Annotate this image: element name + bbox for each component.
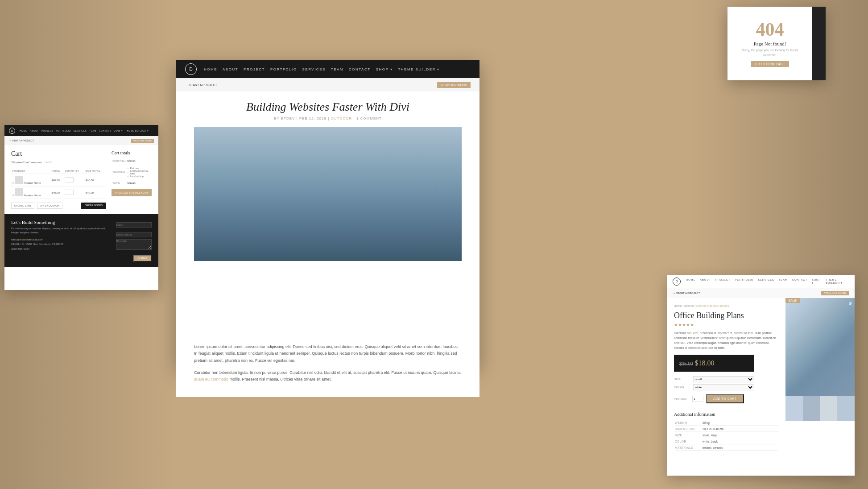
blog-hero-image (194, 127, 462, 261)
spec-value-dimensions: 20 × 20 × 40 cm (703, 427, 778, 432)
four04-desc: Sorry, the page you are looking for is n… (736, 48, 803, 58)
product-nav-home[interactable]: HOME (686, 278, 695, 284)
product-old-price: $35.00 (679, 361, 693, 366)
blog-category[interactable]: OUTDOOR (331, 116, 352, 120)
nav-contact[interactable]: CONTACT (349, 67, 371, 71)
product-nav-contact[interactable]: CONTACT (792, 278, 807, 284)
cart-remove-item-2[interactable]: ✕ (12, 194, 14, 197)
product-color-row: COLOR white black (674, 384, 754, 390)
cart-nav-project[interactable]: PROJECT (41, 129, 54, 132)
nav-home[interactable]: HOME (204, 67, 217, 71)
cart-qty-1[interactable] (65, 177, 74, 182)
cart-nav-about[interactable]: ABOUT (30, 129, 39, 132)
cart-qty-2[interactable] (65, 190, 74, 195)
product-size-select[interactable]: small large (693, 376, 754, 382)
shipping-option-intl[interactable]: ○International Flat Rate (127, 170, 151, 175)
cart-subtotal-2: $40.00 (85, 186, 106, 199)
cart-nav-diam[interactable]: DIAM ▾ (114, 129, 123, 132)
four04-sidebar (812, 7, 826, 80)
product-thumb-1[interactable] (785, 396, 803, 421)
start-project-link[interactable]: → START A PROJECT (185, 83, 217, 87)
product-thumb-2[interactable] (803, 396, 820, 421)
cart-start-project[interactable]: → START A PROJECT (9, 139, 34, 142)
cart-nav-team[interactable]: TEAM (89, 129, 96, 132)
contact-name-input[interactable] (116, 222, 152, 228)
nav-team[interactable]: TEAM (331, 67, 343, 71)
product-nav-about[interactable]: ABOUT (700, 278, 711, 284)
product-main-image: SALE! ⊕ (785, 298, 855, 396)
product-breadcrumb: HOME / OFFICE / OFFICE BUILDING PLANS (674, 305, 779, 307)
table-row: ✕ Product Name $40.00 $40.00 (11, 174, 106, 186)
cart-col-subtotal: SUBTOTAL (85, 168, 106, 174)
contact-message-input[interactable] (116, 239, 152, 250)
four04-go-home-button[interactable]: GO TO HOME PAGE (751, 61, 789, 67)
product-color-select[interactable]: white black (693, 384, 754, 390)
product-nav-project[interactable]: PROJECT (715, 278, 731, 284)
product-nav-team[interactable]: TEAM (779, 278, 788, 284)
nav-project[interactable]: PROJECT (244, 67, 265, 71)
cart-subtotal-1: $40.00 (85, 174, 106, 186)
product-nav-logo: D (673, 278, 681, 286)
cart-remove-item-1[interactable]: ✕ (12, 182, 14, 184)
cart-nav-logo: D (9, 128, 15, 134)
product-nav-portfolio[interactable]: PORTFOLIO (735, 278, 753, 284)
product-nav-shop[interactable]: SHOP ▾ (812, 278, 821, 284)
product-thumb-4[interactable] (837, 396, 855, 421)
cart-nav-portfolio[interactable]: PORTFOLIO (56, 129, 71, 132)
product-qty-input[interactable] (692, 396, 703, 402)
blog-inline-link[interactable]: quam eu commodo (194, 377, 228, 381)
cart-nav-contact[interactable]: CONTACT (99, 129, 111, 132)
view-work-button[interactable]: VIEW OUR WORK (437, 82, 471, 88)
nav-theme-builder[interactable]: THEME BUILDER ▾ (398, 67, 440, 71)
product-thumb-3[interactable] (820, 396, 838, 421)
apply-coupon-button[interactable]: APPLY COUPON (37, 203, 62, 209)
product-start-project[interactable]: → START A PROJECT (673, 292, 700, 294)
product-price-box: $35.00 $18.00 (674, 355, 754, 372)
cart-undo-link[interactable]: UNDO (45, 161, 53, 164)
shipping-option-pickup[interactable]: ○Local pickup (127, 175, 151, 178)
nav-shop[interactable]: SHOP ▾ (376, 67, 393, 71)
contact-email-input[interactable] (116, 232, 152, 237)
product-subnav: → START A PROJECT VIEW OUR WORK (667, 288, 855, 298)
four04-content: 404 Page Not found! Sorry, the page you … (727, 7, 812, 80)
add-to-cart-button[interactable]: ADD TO CART (706, 394, 744, 403)
cart-contact-section: Let's Build Something Ea minima magna no… (4, 214, 158, 267)
search-icon[interactable]: ⊕ (848, 301, 852, 306)
cart-form-message-row (116, 239, 152, 252)
cart-col-price: PRICE (50, 168, 64, 174)
product-additional-title: Additional information (674, 412, 779, 417)
cart-subnav: → START A PROJECT VIEW OUR WORK (4, 136, 158, 145)
cart-price-2: $40.00 (50, 186, 64, 199)
cart-contact-form: SUBMIT (116, 220, 152, 262)
product-stars: ★★★★★ (674, 322, 779, 327)
product-view-work-button[interactable]: VIEW OUR WORK (821, 291, 849, 295)
update-cart-button[interactable]: UPDATE CART (11, 203, 34, 209)
product-main-panel: HOME / OFFICE / OFFICE BUILDING PLANS Of… (667, 298, 785, 476)
cart-col-qty: QUANTITY (64, 168, 84, 174)
nav-about[interactable]: ABOUT (223, 67, 238, 71)
cart-nav-theme[interactable]: THEME BUILDER ▾ (125, 129, 149, 132)
cart-nav-home[interactable]: HOME (20, 129, 27, 132)
cart-table: PRODUCT PRICE QUANTITY SUBTOTAL ✕ Produc… (11, 168, 106, 199)
contact-submit-button[interactable]: SUBMIT (133, 255, 152, 262)
product-qty-row: IN STOCK ADD TO CART (674, 394, 779, 403)
spec-label-dimensions: DIMENSIONS (675, 427, 702, 432)
cart-price-1: $40.00 (50, 174, 64, 186)
four04-screenshot: 404 Page Not found! Sorry, the page you … (727, 7, 826, 80)
proceed-to-checkout-button[interactable]: PROCEED TO CHECKOUT (112, 189, 152, 196)
product-size-row: SIZE small large (674, 376, 754, 382)
blog-hero-building (194, 127, 462, 261)
cart-nav-services[interactable]: SERVICES (74, 129, 87, 132)
product-nav-services[interactable]: SERVICES (758, 278, 774, 284)
product-body: HOME / OFFICE / OFFICE BUILDING PLANS Of… (667, 298, 855, 476)
product-nav-theme[interactable]: THEME BUILDER ▾ (826, 278, 849, 284)
cart-screenshot: D HOME ABOUT PROJECT PORTFOLIO SERVICES … (4, 125, 158, 290)
product-size-label: SIZE (674, 378, 690, 381)
nav-portfolio[interactable]: PORTFOLIO (270, 67, 297, 71)
nav-services[interactable]: SERVICES (302, 67, 326, 71)
blog-paragraph-1: Lorem ipsum dolor sit amet, consectetur … (194, 344, 462, 364)
cart-view-work-button[interactable]: VIEW OUR WORK (131, 139, 154, 143)
order-notes-button[interactable]: ORDER NOTES (81, 203, 106, 209)
cart-contact-email[interactable]: hello@diviarchitectura.com (11, 237, 109, 242)
blog-nav-items: HOME ABOUT PROJECT PORTFOLIO SERVICES TE… (204, 67, 471, 71)
